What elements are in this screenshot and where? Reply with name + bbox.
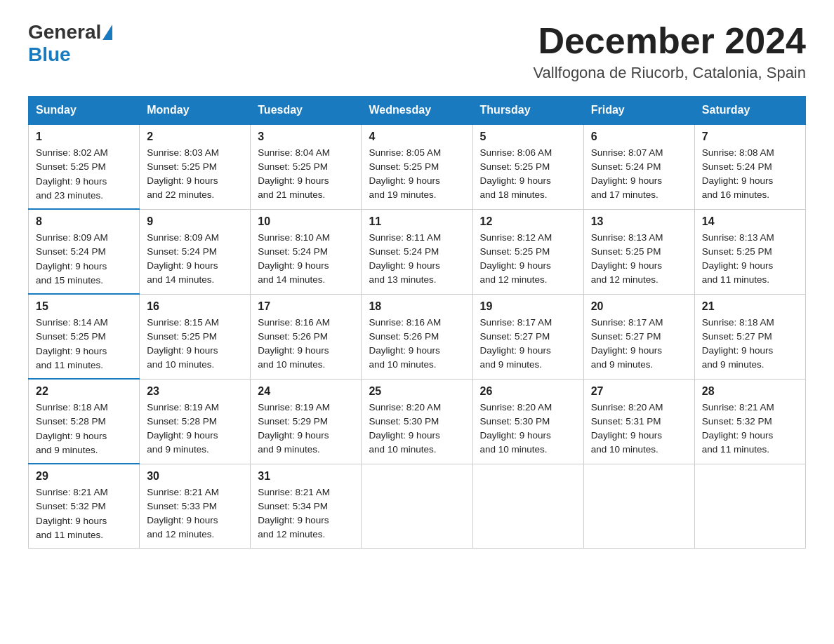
- day-info: Sunrise: 8:09 AM Sunset: 5:24 PM Dayligh…: [147, 231, 243, 288]
- calendar-table: SundayMondayTuesdayWednesdayThursdayFrid…: [28, 96, 806, 549]
- day-number: 25: [369, 385, 465, 398]
- calendar-cell: 16 Sunrise: 8:15 AM Sunset: 5:25 PM Dayl…: [140, 294, 251, 379]
- calendar-cell: 10 Sunrise: 8:10 AM Sunset: 5:24 PM Dayl…: [251, 209, 362, 294]
- day-number: 23: [147, 385, 243, 398]
- calendar-cell: 3 Sunrise: 8:04 AM Sunset: 5:25 PM Dayli…: [251, 124, 362, 209]
- day-info: Sunrise: 8:19 AM Sunset: 5:29 PM Dayligh…: [258, 401, 354, 457]
- day-number: 16: [147, 300, 243, 313]
- day-info: Sunrise: 8:17 AM Sunset: 5:27 PM Dayligh…: [591, 316, 687, 373]
- day-number: 14: [702, 215, 798, 228]
- day-info: Sunrise: 8:21 AM Sunset: 5:33 PM Dayligh…: [147, 485, 243, 542]
- day-number: 21: [702, 300, 798, 313]
- day-number: 28: [702, 385, 798, 398]
- calendar-week-row: 8 Sunrise: 8:09 AM Sunset: 5:24 PM Dayli…: [29, 209, 806, 294]
- day-info: Sunrise: 8:21 AM Sunset: 5:32 PM Dayligh…: [36, 485, 132, 542]
- day-number: 29: [36, 470, 132, 483]
- calendar-cell: 28 Sunrise: 8:21 AM Sunset: 5:32 PM Dayl…: [694, 379, 805, 464]
- day-number: 10: [258, 215, 354, 228]
- day-info: Sunrise: 8:15 AM Sunset: 5:25 PM Dayligh…: [147, 316, 243, 373]
- calendar-cell: 19 Sunrise: 8:17 AM Sunset: 5:27 PM Dayl…: [472, 294, 583, 379]
- page-title: December 2024: [533, 21, 806, 61]
- day-number: 20: [591, 300, 687, 313]
- calendar-cell: 23 Sunrise: 8:19 AM Sunset: 5:28 PM Dayl…: [140, 379, 251, 464]
- calendar-cell: 6 Sunrise: 8:07 AM Sunset: 5:24 PM Dayli…: [583, 124, 694, 209]
- day-info: Sunrise: 8:21 AM Sunset: 5:32 PM Dayligh…: [702, 401, 798, 457]
- day-number: 12: [480, 215, 576, 228]
- day-info: Sunrise: 8:06 AM Sunset: 5:25 PM Dayligh…: [480, 146, 576, 203]
- day-info: Sunrise: 8:13 AM Sunset: 5:25 PM Dayligh…: [702, 231, 798, 288]
- day-info: Sunrise: 8:10 AM Sunset: 5:24 PM Dayligh…: [258, 231, 354, 288]
- calendar-cell: 22 Sunrise: 8:18 AM Sunset: 5:28 PM Dayl…: [29, 379, 140, 464]
- day-info: Sunrise: 8:20 AM Sunset: 5:30 PM Dayligh…: [480, 401, 576, 457]
- calendar-header-row: SundayMondayTuesdayWednesdayThursdayFrid…: [29, 97, 806, 125]
- logo-blue-text: Blue: [28, 43, 71, 65]
- day-number: 3: [258, 130, 354, 143]
- calendar-cell: 20 Sunrise: 8:17 AM Sunset: 5:27 PM Dayl…: [583, 294, 694, 379]
- calendar-cell: 26 Sunrise: 8:20 AM Sunset: 5:30 PM Dayl…: [472, 379, 583, 464]
- weekday-header-monday: Monday: [140, 97, 251, 125]
- day-info: Sunrise: 8:19 AM Sunset: 5:28 PM Dayligh…: [147, 401, 243, 457]
- day-number: 9: [147, 215, 243, 228]
- calendar-cell: 29 Sunrise: 8:21 AM Sunset: 5:32 PM Dayl…: [29, 464, 140, 549]
- day-number: 30: [147, 470, 243, 483]
- logo-triangle-icon: [102, 25, 112, 40]
- day-info: Sunrise: 8:12 AM Sunset: 5:25 PM Dayligh…: [480, 231, 576, 288]
- day-number: 13: [591, 215, 687, 228]
- calendar-cell: [583, 464, 694, 549]
- page-header: General Blue December 2024 Vallfogona de…: [28, 21, 806, 82]
- day-number: 27: [591, 385, 687, 398]
- day-info: Sunrise: 8:20 AM Sunset: 5:31 PM Dayligh…: [591, 401, 687, 457]
- day-info: Sunrise: 8:13 AM Sunset: 5:25 PM Dayligh…: [591, 231, 687, 288]
- calendar-week-row: 15 Sunrise: 8:14 AM Sunset: 5:25 PM Dayl…: [29, 294, 806, 379]
- day-info: Sunrise: 8:21 AM Sunset: 5:34 PM Dayligh…: [258, 485, 354, 542]
- calendar-cell: 25 Sunrise: 8:20 AM Sunset: 5:30 PM Dayl…: [362, 379, 472, 464]
- logo: General Blue: [28, 21, 114, 66]
- calendar-cell: 18 Sunrise: 8:16 AM Sunset: 5:26 PM Dayl…: [362, 294, 472, 379]
- calendar-cell: 7 Sunrise: 8:08 AM Sunset: 5:24 PM Dayli…: [694, 124, 805, 209]
- calendar-week-row: 22 Sunrise: 8:18 AM Sunset: 5:28 PM Dayl…: [29, 379, 806, 464]
- day-number: 31: [258, 470, 354, 483]
- calendar-cell: 13 Sunrise: 8:13 AM Sunset: 5:25 PM Dayl…: [583, 209, 694, 294]
- day-info: Sunrise: 8:05 AM Sunset: 5:25 PM Dayligh…: [369, 146, 465, 203]
- calendar-cell: 8 Sunrise: 8:09 AM Sunset: 5:24 PM Dayli…: [29, 209, 140, 294]
- day-info: Sunrise: 8:08 AM Sunset: 5:24 PM Dayligh…: [702, 146, 798, 203]
- day-info: Sunrise: 8:17 AM Sunset: 5:27 PM Dayligh…: [480, 316, 576, 373]
- calendar-cell: 27 Sunrise: 8:20 AM Sunset: 5:31 PM Dayl…: [583, 379, 694, 464]
- day-info: Sunrise: 8:09 AM Sunset: 5:24 PM Dayligh…: [36, 231, 132, 288]
- day-info: Sunrise: 8:14 AM Sunset: 5:25 PM Dayligh…: [36, 316, 132, 373]
- day-number: 5: [480, 130, 576, 143]
- calendar-cell: 9 Sunrise: 8:09 AM Sunset: 5:24 PM Dayli…: [140, 209, 251, 294]
- day-info: Sunrise: 8:20 AM Sunset: 5:30 PM Dayligh…: [369, 401, 465, 457]
- day-info: Sunrise: 8:03 AM Sunset: 5:25 PM Dayligh…: [147, 146, 243, 203]
- calendar-cell: [362, 464, 472, 549]
- page-subtitle: Vallfogona de Riucorb, Catalonia, Spain: [533, 64, 806, 82]
- day-info: Sunrise: 8:11 AM Sunset: 5:24 PM Dayligh…: [369, 231, 465, 288]
- calendar-cell: 21 Sunrise: 8:18 AM Sunset: 5:27 PM Dayl…: [694, 294, 805, 379]
- day-info: Sunrise: 8:16 AM Sunset: 5:26 PM Dayligh…: [369, 316, 465, 373]
- calendar-cell: 14 Sunrise: 8:13 AM Sunset: 5:25 PM Dayl…: [694, 209, 805, 294]
- calendar-cell: [694, 464, 805, 549]
- day-number: 11: [369, 215, 465, 228]
- calendar-cell: [472, 464, 583, 549]
- calendar-cell: 5 Sunrise: 8:06 AM Sunset: 5:25 PM Dayli…: [472, 124, 583, 209]
- calendar-cell: 31 Sunrise: 8:21 AM Sunset: 5:34 PM Dayl…: [251, 464, 362, 549]
- title-block: December 2024 Vallfogona de Riucorb, Cat…: [533, 21, 806, 82]
- day-number: 24: [258, 385, 354, 398]
- day-info: Sunrise: 8:02 AM Sunset: 5:25 PM Dayligh…: [36, 146, 132, 203]
- calendar-cell: 17 Sunrise: 8:16 AM Sunset: 5:26 PM Dayl…: [251, 294, 362, 379]
- calendar-cell: 1 Sunrise: 8:02 AM Sunset: 5:25 PM Dayli…: [29, 124, 140, 209]
- day-info: Sunrise: 8:18 AM Sunset: 5:27 PM Dayligh…: [702, 316, 798, 373]
- calendar-cell: 2 Sunrise: 8:03 AM Sunset: 5:25 PM Dayli…: [140, 124, 251, 209]
- day-info: Sunrise: 8:07 AM Sunset: 5:24 PM Dayligh…: [591, 146, 687, 203]
- day-number: 1: [36, 130, 132, 143]
- day-number: 15: [36, 300, 132, 313]
- day-number: 4: [369, 130, 465, 143]
- weekday-header-wednesday: Wednesday: [362, 97, 472, 125]
- day-info: Sunrise: 8:18 AM Sunset: 5:28 PM Dayligh…: [36, 401, 132, 457]
- day-number: 2: [147, 130, 243, 143]
- day-number: 26: [480, 385, 576, 398]
- logo-general-text: General: [28, 21, 101, 43]
- calendar-cell: 12 Sunrise: 8:12 AM Sunset: 5:25 PM Dayl…: [472, 209, 583, 294]
- day-info: Sunrise: 8:16 AM Sunset: 5:26 PM Dayligh…: [258, 316, 354, 373]
- calendar-cell: 11 Sunrise: 8:11 AM Sunset: 5:24 PM Dayl…: [362, 209, 472, 294]
